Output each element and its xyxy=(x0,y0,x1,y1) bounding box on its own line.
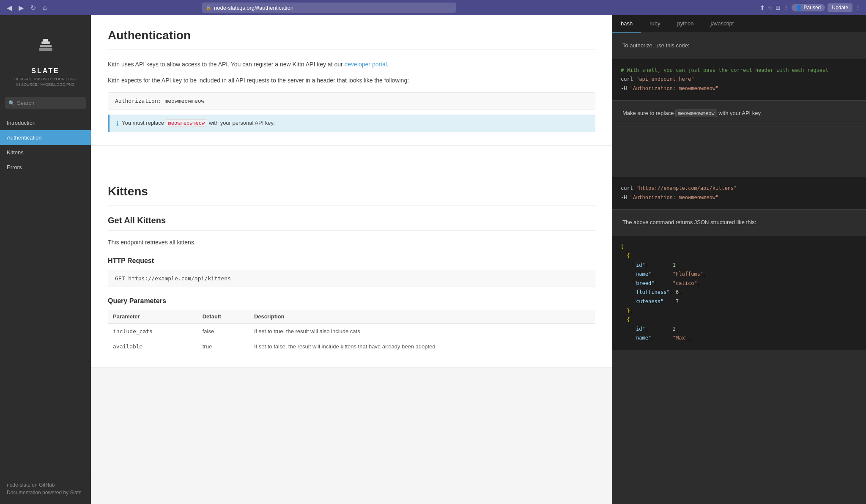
kittens-curl-line-1: curl "https://example.com/api/kittens" xyxy=(621,184,858,193)
table-row: include_cats false If set to true, the r… xyxy=(108,323,595,339)
json-name: "name": "Fluffums", xyxy=(621,270,858,279)
auth-info-box: ℹ You must replace meowmeowmeow with you… xyxy=(108,115,595,132)
sidebar-item-errors[interactable]: Errors xyxy=(0,160,91,175)
address-bar[interactable]: 🔒 node-slate.js.org/#authentication xyxy=(202,3,456,13)
sidebar: SLATE REPLACE THIS WITH YOUR LOGOIN SOUR… xyxy=(0,15,91,504)
svg-rect-1 xyxy=(40,45,52,47)
info-inline-code: meowmeowmeow xyxy=(166,119,208,127)
github-link[interactable]: node-slate on GitHub xyxy=(7,482,84,488)
sidebar-item-introduction[interactable]: Introduction xyxy=(0,115,91,130)
sidebar-item-authentication[interactable]: Authentication xyxy=(0,130,91,145)
replace-text-end: with your API key. xyxy=(717,110,762,116)
code-comment: # With shell, you can just pass the corr… xyxy=(621,66,858,75)
lang-tabs: bash ruby python javascript xyxy=(612,15,866,33)
auth-para1-start: Kittn uses API keys to allow access to t… xyxy=(108,61,345,68)
json-breed: "breed": "calico", xyxy=(621,279,858,288)
table-row: available true If set to false, the resu… xyxy=(108,339,595,354)
auth-content-section: Authentication Kittn uses API keys to al… xyxy=(91,15,612,146)
kittens-curl-url: "https://example.com/api/kittens" xyxy=(636,185,737,191)
home-button[interactable]: ⌂ xyxy=(41,2,49,13)
http-req-heading: HTTP Request xyxy=(108,257,595,265)
right-replace-label: Make sure to replace meowmeowmeow with y… xyxy=(612,101,866,127)
kittens-curl-line-2: -H "Authorization: meowmeowmeow" xyxy=(621,193,858,203)
forward-button[interactable]: ▶ xyxy=(17,2,25,14)
kittens-curl-cmd: curl xyxy=(621,185,636,191)
sidebar-nav: Introduction Authentication Kittens Erro… xyxy=(0,112,91,178)
search-input[interactable] xyxy=(5,97,86,109)
svg-rect-2 xyxy=(41,41,50,44)
developer-portal-link[interactable]: developer portal xyxy=(345,61,387,68)
kittens-content-section: Kittens Get All Kittens This endpoint re… xyxy=(91,171,612,368)
replace-text-start: Make sure to replace xyxy=(622,110,675,116)
get-all-kittens-heading: Get All Kittens xyxy=(108,216,595,231)
svg-rect-3 xyxy=(43,39,48,41)
tab-bash[interactable]: bash xyxy=(612,15,641,33)
tab-ruby[interactable]: ruby xyxy=(641,15,669,33)
powered-by-link[interactable]: Documentation powered by Slate xyxy=(7,490,84,496)
json-cuteness: "cuteness": 7 xyxy=(621,297,858,307)
json-obj-close-1: }, xyxy=(621,307,858,316)
avatar-icon: 👤 xyxy=(796,5,802,11)
sidebar-search[interactable]: 🔍 xyxy=(0,94,91,112)
logo-name: SLATE xyxy=(7,67,84,75)
extensions-icon[interactable]: ⊞ xyxy=(776,4,781,11)
info-text: You must replace meowmeowmeow with your … xyxy=(122,120,275,126)
tab-javascript[interactable]: javascript xyxy=(702,15,743,33)
json-id-2: "id": 2, xyxy=(621,325,858,334)
right-json-label: The above command returns JSON structure… xyxy=(612,210,866,236)
get-all-desc: This endpoint retrieves all kittens. xyxy=(108,238,595,247)
update-button[interactable]: Update xyxy=(828,3,852,12)
auth-code-block: Authorization: meowmeowmeow xyxy=(108,92,595,110)
curl-line-1: curl "api_endpoint_here" xyxy=(621,75,858,84)
desc-col-header: Description xyxy=(249,310,595,323)
curl-header-value: "Authorization: meowmeowmeow" xyxy=(630,85,719,91)
replace-code: meowmeowmeow xyxy=(675,110,717,117)
browser-actions: ⬆ ☆ ⊞ ⋮ 👤 Paused Update ⋮ xyxy=(760,3,861,12)
param-desc-1: If set to true, the result will also inc… xyxy=(249,323,595,339)
json-obj-open: { xyxy=(621,252,858,261)
right-kittens-spacer xyxy=(612,126,866,177)
star-icon[interactable]: ☆ xyxy=(767,4,773,11)
kittens-curl-flag: -H xyxy=(621,194,630,200)
url-text: node-slate.js.org/#authentication xyxy=(214,5,293,11)
sidebar-item-kittens[interactable]: Kittens xyxy=(0,145,91,160)
kittens-heading: Kittens xyxy=(108,185,595,205)
right-auth-label: To authorize, use this code: xyxy=(612,33,866,59)
param-default-2: true xyxy=(197,339,249,354)
param-name-1: include_cats xyxy=(108,323,197,339)
json-obj-open-2: { xyxy=(621,315,858,325)
right-panel: bash ruby python javascript To authorize… xyxy=(612,15,866,504)
app-layout: SLATE REPLACE THIS WITH YOUR LOGOIN SOUR… xyxy=(0,15,866,504)
json-name-2: "name": "Max", xyxy=(621,334,858,343)
http-req-code-block: GET https://example.com/api/kittens xyxy=(108,270,595,287)
paused-badge: 👤 Paused xyxy=(792,4,825,11)
refresh-button[interactable]: ↻ xyxy=(29,2,38,14)
more-icon[interactable]: ⋮ xyxy=(783,4,789,11)
menu-dots-icon[interactable]: ⋮ xyxy=(855,4,861,11)
curl-endpoint: "api_endpoint_here" xyxy=(636,76,694,82)
auth-spacer xyxy=(91,146,612,171)
param-desc-2: If set to false, the result will include… xyxy=(249,339,595,354)
http-req-code: GET https://example.com/api/kittens xyxy=(115,275,231,282)
auth-code-text: Authorization: meowmeowmeow xyxy=(115,98,204,104)
json-label: The above command returns JSON structure… xyxy=(622,219,756,225)
search-icon: 🔍 xyxy=(8,100,15,106)
sidebar-logo: SLATE REPLACE THIS WITH YOUR LOGOIN SOUR… xyxy=(0,15,91,94)
param-name-2: available xyxy=(108,339,197,354)
auth-para2: Kittn expects for the API key to be incl… xyxy=(108,76,595,85)
info-text-start: You must replace xyxy=(122,120,166,126)
auth-para1-end: . xyxy=(387,61,389,68)
logo-subtitle: REPLACE THIS WITH YOUR LOGOIN SOURCE/IMA… xyxy=(7,77,84,87)
json-open-bracket: [ xyxy=(621,242,858,252)
svg-rect-0 xyxy=(39,48,52,51)
tab-python[interactable]: python xyxy=(669,15,702,33)
right-json-code: [ { "id": 1, "name": "Fluffums", "breed"… xyxy=(612,236,866,350)
browser-chrome: ◀ ▶ ↻ ⌂ 🔒 node-slate.js.org/#authenticat… xyxy=(0,0,866,15)
back-button[interactable]: ◀ xyxy=(5,2,14,14)
param-col-header: Parameter xyxy=(108,310,197,323)
params-table: Parameter Default Description include_ca… xyxy=(108,310,595,354)
right-auth-code: # With shell, you can just pass the corr… xyxy=(612,59,866,101)
sidebar-footer: node-slate on GitHub Documentation power… xyxy=(0,475,91,504)
curl-header-flag: -H xyxy=(621,85,630,91)
share-icon[interactable]: ⬆ xyxy=(760,4,765,11)
